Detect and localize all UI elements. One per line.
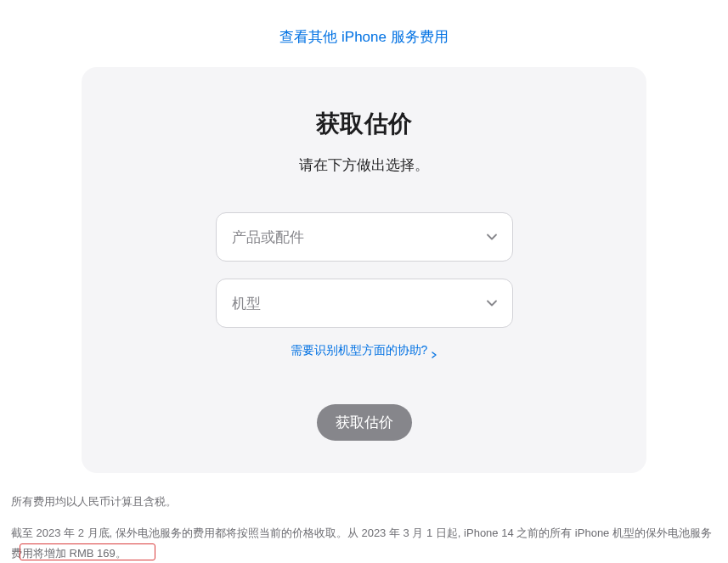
other-services-link[interactable]: 查看其他 iPhone 服务费用 — [279, 29, 448, 45]
chevron-right-icon — [431, 347, 437, 354]
product-select-wrap: 产品或配件 — [216, 212, 513, 262]
help-link-text: 需要识别机型方面的协助? — [291, 343, 428, 358]
footnote-line-2: 截至 2023 年 2 月底, 保外电池服务的费用都将按照当前的价格收取。从 2… — [11, 523, 717, 563]
footnotes: 所有费用均以人民币计算且含税。 截至 2023 年 2 月底, 保外电池服务的费… — [9, 492, 719, 563]
card-title: 获取估价 — [133, 108, 595, 140]
top-link-row: 查看其他 iPhone 服务费用 — [0, 0, 728, 67]
model-select-placeholder: 机型 — [232, 294, 261, 313]
identify-model-help-link[interactable]: 需要识别机型方面的协助? — [291, 343, 438, 358]
model-select[interactable]: 机型 — [216, 279, 513, 328]
card-subtitle: 请在下方做出选择。 — [133, 155, 595, 175]
product-select[interactable]: 产品或配件 — [216, 212, 513, 262]
get-estimate-button[interactable]: 获取估价 — [317, 404, 412, 441]
product-select-placeholder: 产品或配件 — [232, 228, 304, 247]
estimate-card: 获取估价 请在下方做出选择。 产品或配件 机型 需要识别机型方面的协助? — [82, 67, 646, 473]
footnote-line-2-text: 截至 2023 年 2 月底, 保外电池服务的费用都将按照当前的价格收取。从 2… — [11, 526, 712, 560]
footnote-line-1: 所有费用均以人民币计算且含税。 — [11, 492, 717, 513]
model-select-wrap: 机型 — [216, 279, 513, 328]
